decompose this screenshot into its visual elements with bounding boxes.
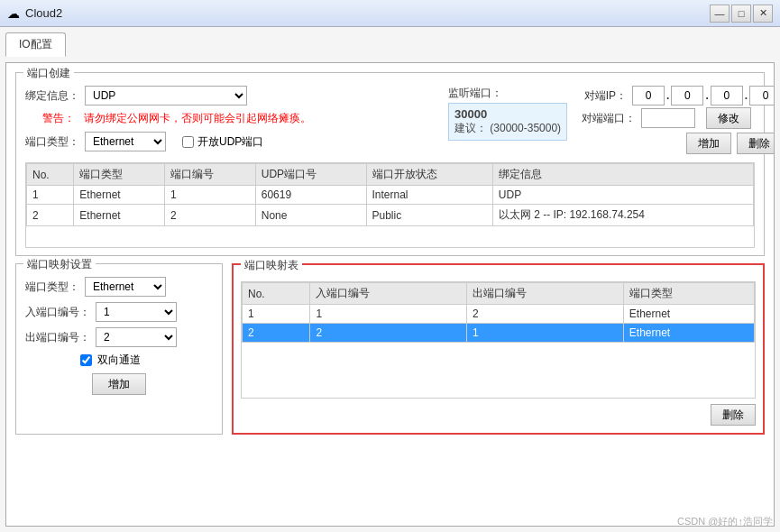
- suggest-text: 建议： (30000-35000): [454, 121, 561, 136]
- col-port: 端口编号: [165, 164, 256, 186]
- map-add-button[interactable]: 增加: [92, 373, 146, 395]
- maximize-button[interactable]: □: [731, 5, 751, 23]
- warning-row: 警告： 请勿绑定公网网卡，否则可能会引起网络瘫痪。: [25, 111, 439, 126]
- peer-ip-label: 对端IP：: [582, 88, 627, 104]
- peer-port-row: 对端端口： 0 修改: [582, 107, 775, 129]
- mapping-table-title: 端口映射表: [241, 258, 302, 273]
- col-no: No.: [27, 164, 74, 186]
- binding-row: 绑定信息： UDP: [25, 86, 439, 105]
- port-type-label: 端口类型：: [25, 134, 79, 150]
- mapping-table-container: No. 入端口编号 出端口编号 端口类型 112Ethernet221Ether…: [241, 281, 756, 399]
- close-button[interactable]: ✕: [753, 5, 773, 23]
- bidirectional-label[interactable]: 双向通道: [97, 353, 141, 368]
- listen-port-row: 监听端口：: [448, 86, 567, 101]
- col-type: 端口类型: [74, 164, 165, 186]
- binding-select[interactable]: UDP: [85, 86, 247, 105]
- open-udp-checkbox[interactable]: [182, 136, 194, 148]
- table-row[interactable]: 2Ethernet2NonePublic以太网 2 -- IP: 192.168…: [27, 205, 754, 226]
- table-cell: None: [255, 205, 366, 226]
- map-port-type-select[interactable]: Ethernet: [85, 277, 166, 297]
- ip-part-2[interactable]: [671, 86, 703, 105]
- tab-io-config[interactable]: IO配置: [5, 32, 66, 57]
- open-udp-label[interactable]: 开放UDP端口: [197, 134, 263, 150]
- title-bar: ☁ Cloud2 — □ ✕: [0, 0, 780, 27]
- map-out-port-select[interactable]: 2: [96, 327, 177, 347]
- map-col-in: 入端口编号: [310, 283, 467, 305]
- bidirectional-checkbox[interactable]: [80, 354, 92, 366]
- table-cell: Ethernet: [74, 186, 165, 205]
- table-cell: 1: [243, 305, 310, 324]
- ip-part-3[interactable]: [711, 86, 743, 105]
- window-title: Cloud2: [25, 6, 708, 20]
- listen-port-label: 监听端口：: [448, 86, 502, 101]
- col-status: 端口开放状态: [366, 164, 492, 186]
- table-cell: 2: [243, 324, 310, 343]
- content-area: 端口创建 绑定信息： UDP 警告： 请勿绑定公网网卡，否则可能会引起网络瘫痪。: [5, 62, 775, 527]
- port-table-container: No. 端口类型 端口编号 UDP端口号 端口开放状态 绑定信息 1Ethern…: [25, 162, 755, 248]
- table-cell: Internal: [366, 186, 492, 205]
- listen-port-group: 监听端口： 30000 建议： (30000-35000): [448, 86, 567, 154]
- delete-port-button[interactable]: 删除: [737, 133, 775, 154]
- map-port-type-label: 端口类型：: [25, 280, 79, 295]
- open-udp-row: 开放UDP端口: [182, 134, 263, 150]
- main-window: IO配置 端口创建 绑定信息： UDP 警告： 请: [0, 27, 780, 532]
- table-cell: UDP: [492, 186, 753, 205]
- right-panel: 监听端口： 30000 建议： (30000-35000): [448, 86, 755, 157]
- port-mapping-table-section: 端口映射表 No. 入端口编号 出端口编号 端口类型 112Ethe: [232, 263, 765, 435]
- map-delete-button[interactable]: 删除: [711, 404, 756, 426]
- bidirectional-row: 双向通道: [25, 353, 213, 368]
- port-table: No. 端口类型 端口编号 UDP端口号 端口开放状态 绑定信息 1Ethern…: [26, 163, 754, 226]
- table-row[interactable]: 112Ethernet: [243, 305, 755, 324]
- map-out-port-row: 出端口编号： 2: [25, 327, 213, 347]
- mapping-settings-title: 端口映射设置: [23, 257, 96, 272]
- warning-text: 请勿绑定公网网卡，否则可能会引起网络瘫痪。: [84, 111, 311, 126]
- map-add-row: 增加: [25, 373, 213, 395]
- table-cell: Ethernet: [74, 205, 165, 226]
- map-col-type: 端口类型: [623, 283, 754, 305]
- peer-port-input[interactable]: 0: [641, 108, 695, 128]
- table-cell: Ethernet: [623, 305, 754, 324]
- map-in-port-row: 入端口编号： 1: [25, 302, 213, 322]
- table-cell: 1: [165, 186, 256, 205]
- port-creation-title: 端口创建: [23, 66, 74, 81]
- map-out-port-label: 出端口编号：: [25, 330, 90, 345]
- table-cell: 2: [467, 305, 624, 324]
- col-udp: UDP端口号: [255, 164, 366, 186]
- table-cell: 1: [310, 305, 467, 324]
- peer-port-label: 对端端口：: [582, 111, 636, 126]
- mapping-table: No. 入端口编号 出端口编号 端口类型 112Ethernet221Ether…: [242, 282, 755, 343]
- map-port-type-row: 端口类型： Ethernet: [25, 277, 213, 297]
- table-cell: 1: [27, 186, 74, 205]
- port-creation-top: 绑定信息： UDP 警告： 请勿绑定公网网卡，否则可能会引起网络瘫痪。 端口类型…: [25, 86, 755, 157]
- action-buttons: 增加 删除: [582, 133, 775, 154]
- port-type-row: 端口类型： Ethernet 开放UDP端口: [25, 132, 439, 151]
- map-in-port-label: 入端口编号：: [25, 305, 90, 320]
- table-cell: Ethernet: [623, 324, 754, 343]
- table-cell: 60619: [255, 186, 366, 205]
- table-cell: 2: [310, 324, 467, 343]
- warning-label: 警告：: [25, 111, 75, 126]
- table-cell: Public: [366, 205, 492, 226]
- table-cell: 1: [467, 324, 624, 343]
- table-row[interactable]: 221Ethernet: [243, 324, 755, 343]
- minimize-button[interactable]: —: [710, 5, 730, 23]
- tabs-bar: IO配置: [5, 32, 775, 57]
- add-port-button[interactable]: 增加: [686, 133, 731, 154]
- map-col-out: 出端口编号: [467, 283, 624, 305]
- map-in-port-select[interactable]: 1: [96, 302, 177, 322]
- map-col-no: No.: [243, 283, 310, 305]
- ip-part-4[interactable]: [749, 86, 775, 105]
- peer-ip-row: 对端IP： . . .: [582, 86, 775, 105]
- ip-part-1[interactable]: [632, 86, 665, 105]
- port-type-select[interactable]: Ethernet: [85, 132, 166, 151]
- binding-label: 绑定信息：: [25, 88, 79, 104]
- watermark: CSDN @好的↑浩同学: [677, 515, 773, 528]
- bottom-section: 端口映射设置 端口类型： Ethernet 入端口编号： 1 出端口编号：: [15, 263, 765, 435]
- table-row[interactable]: 1Ethernet160619InternalUDP: [27, 186, 754, 205]
- modify-button[interactable]: 修改: [706, 107, 751, 129]
- table-cell: 2: [27, 205, 74, 226]
- app-icon: ☁: [7, 6, 20, 21]
- port-creation-section: 端口创建 绑定信息： UDP 警告： 请勿绑定公网网卡，否则可能会引起网络瘫痪。: [15, 72, 765, 256]
- port-creation-left: 绑定信息： UDP 警告： 请勿绑定公网网卡，否则可能会引起网络瘫痪。 端口类型…: [25, 86, 439, 157]
- table-cell: 2: [165, 205, 256, 226]
